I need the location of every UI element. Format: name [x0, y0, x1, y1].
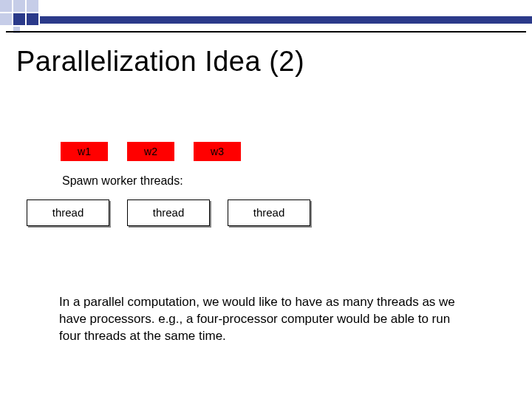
thread-box-2: thread [127, 200, 210, 226]
spawn-label: Spawn worker threads: [62, 174, 322, 188]
worker-box-w2: w2 [127, 142, 174, 161]
worker-row: w1 w2 w3 [61, 142, 322, 161]
worker-box-w1: w1 [61, 142, 108, 161]
slide: Parallelization Idea (2) w1 w2 w3 Spawn … [0, 0, 532, 399]
diagram: w1 w2 w3 Spawn worker threads: thread th… [27, 142, 322, 226]
thread-box-1: thread [27, 200, 109, 226]
slide-title: Parallelization Idea (2) [16, 46, 304, 78]
header-rule [6, 31, 526, 33]
header-decoration [0, 0, 532, 31]
thread-row: thread thread thread [27, 200, 322, 226]
thread-box-3: thread [228, 200, 310, 226]
worker-box-w3: w3 [194, 142, 241, 161]
body-paragraph: In a parallel computation, we would like… [59, 294, 473, 345]
